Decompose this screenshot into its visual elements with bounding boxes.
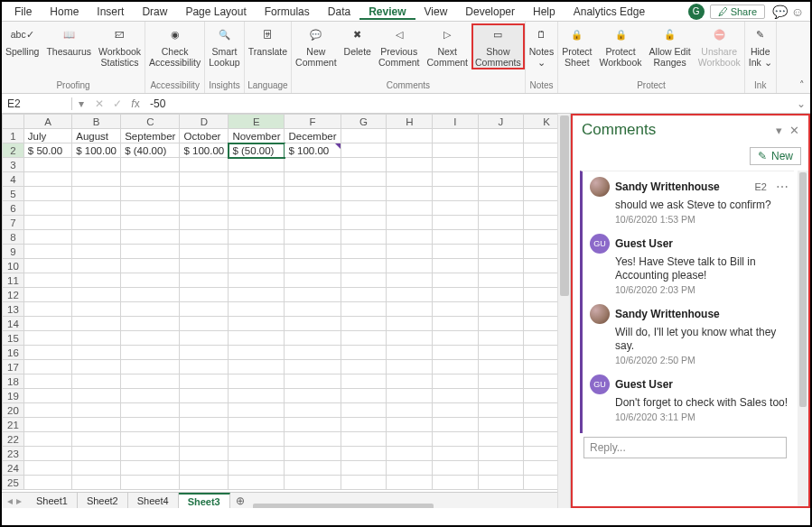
cell-G9[interactable]: [341, 245, 387, 259]
cell-C23[interactable]: [121, 447, 180, 461]
show-comments-button[interactable]: ▭ShowComments: [471, 23, 525, 69]
cell-F8[interactable]: [285, 230, 341, 245]
smart-lookup-button[interactable]: 🔍SmartLookup: [205, 23, 243, 69]
row-header-11[interactable]: 11: [3, 273, 24, 288]
row-header-15[interactable]: 15: [3, 331, 24, 346]
col-header-E[interactable]: E: [229, 115, 285, 129]
cell-B7[interactable]: [72, 216, 121, 230]
sheet-tab-sheet2[interactable]: Sheet2: [78, 493, 128, 508]
cell-H13[interactable]: [387, 302, 433, 317]
row-header-13[interactable]: 13: [3, 302, 24, 317]
delete-comment-button[interactable]: ✖Delete: [341, 23, 375, 60]
cell-J22[interactable]: [478, 432, 524, 447]
cell-F2[interactable]: $ 100.00: [285, 143, 341, 158]
cell-J6[interactable]: [478, 201, 524, 216]
col-header-C[interactable]: C: [121, 115, 180, 129]
cell-E16[interactable]: [229, 346, 285, 360]
cell-I1[interactable]: [433, 129, 478, 143]
cell-A21[interactable]: [23, 418, 71, 432]
menu-developer[interactable]: Developer: [456, 5, 524, 18]
allow-edit-ranges-button[interactable]: 🔓Allow EditRanges: [646, 23, 695, 69]
cell-H10[interactable]: [387, 259, 433, 273]
cell-E19[interactable]: [229, 389, 285, 403]
cell-B18[interactable]: [72, 374, 121, 389]
cell-D5[interactable]: [180, 187, 229, 201]
cell-F13[interactable]: [285, 302, 341, 317]
row-header-1[interactable]: 1: [3, 129, 24, 143]
cell-C5[interactable]: [121, 187, 180, 201]
cell-C21[interactable]: [121, 418, 180, 432]
cell-B6[interactable]: [72, 201, 121, 216]
cell-E21[interactable]: [229, 418, 285, 432]
cell-D4[interactable]: [180, 172, 229, 187]
cell-B9[interactable]: [72, 245, 121, 259]
cell-F9[interactable]: [285, 245, 341, 259]
cell-G10[interactable]: [341, 259, 387, 273]
cell-H2[interactable]: [387, 143, 433, 158]
cell-C17[interactable]: [121, 360, 180, 374]
cell-F7[interactable]: [285, 216, 341, 230]
cell-H20[interactable]: [387, 403, 433, 418]
cell-F12[interactable]: [285, 288, 341, 302]
cell-J16[interactable]: [478, 346, 524, 360]
cell-I11[interactable]: [433, 273, 478, 288]
namebox-dropdown-icon[interactable]: ▾: [72, 97, 90, 110]
protect-workbook-button[interactable]: 🔒ProtectWorkbook: [595, 23, 645, 69]
cell-J19[interactable]: [478, 389, 524, 403]
cell-F3[interactable]: [285, 158, 341, 172]
col-header-G[interactable]: G: [341, 115, 387, 129]
cell-C18[interactable]: [121, 374, 180, 389]
cell-G17[interactable]: [341, 360, 387, 374]
cell-H23[interactable]: [387, 447, 433, 461]
cell-C14[interactable]: [121, 317, 180, 331]
cell-A20[interactable]: [23, 403, 71, 418]
cell-J11[interactable]: [478, 273, 524, 288]
cell-G20[interactable]: [341, 403, 387, 418]
cell-H8[interactable]: [387, 230, 433, 245]
cell-B20[interactable]: [72, 403, 121, 418]
row-header-22[interactable]: 22: [3, 432, 24, 447]
cell-E3[interactable]: [229, 158, 285, 172]
cell-E22[interactable]: [229, 432, 285, 447]
cell-G13[interactable]: [341, 302, 387, 317]
new-comment-button[interactable]: 💬NewComment: [292, 23, 341, 69]
cell-I8[interactable]: [433, 230, 478, 245]
cell-H21[interactable]: [387, 418, 433, 432]
cell-B15[interactable]: [72, 331, 121, 346]
row-header-19[interactable]: 19: [3, 389, 24, 403]
cell-D8[interactable]: [180, 230, 229, 245]
cell-E15[interactable]: [229, 331, 285, 346]
cell-C12[interactable]: [121, 288, 180, 302]
cell-J25[interactable]: [478, 476, 524, 490]
cell-I7[interactable]: [433, 216, 478, 230]
cell-F19[interactable]: [285, 389, 341, 403]
row-header-4[interactable]: 4: [3, 172, 24, 187]
cell-D2[interactable]: $ 100.00: [180, 143, 229, 158]
cell-H16[interactable]: [387, 346, 433, 360]
cell-A19[interactable]: [23, 389, 71, 403]
row-header-25[interactable]: 25: [3, 476, 24, 490]
comments-icon[interactable]: 💬: [770, 5, 789, 19]
cell-I24[interactable]: [433, 461, 478, 476]
cell-C3[interactable]: [121, 158, 180, 172]
cell-E7[interactable]: [229, 216, 285, 230]
cell-E5[interactable]: [229, 187, 285, 201]
cell-D23[interactable]: [180, 447, 229, 461]
cell-I4[interactable]: [433, 172, 478, 187]
cell-A14[interactable]: [23, 317, 71, 331]
cell-E8[interactable]: [229, 230, 285, 245]
enter-icon[interactable]: ✓: [108, 97, 126, 110]
row-header-24[interactable]: 24: [3, 461, 24, 476]
cell-A1[interactable]: July: [23, 129, 71, 143]
cell-D3[interactable]: [180, 158, 229, 172]
cell-A15[interactable]: [23, 331, 71, 346]
cell-A13[interactable]: [23, 302, 71, 317]
cell-A22[interactable]: [23, 432, 71, 447]
cell-E2[interactable]: $ (50.00): [229, 143, 285, 158]
cell-J3[interactable]: [478, 158, 524, 172]
cell-D17[interactable]: [180, 360, 229, 374]
cell-H11[interactable]: [387, 273, 433, 288]
cell-D13[interactable]: [180, 302, 229, 317]
menu-draw[interactable]: Draw: [133, 5, 176, 18]
cell-E1[interactable]: November: [229, 129, 285, 143]
